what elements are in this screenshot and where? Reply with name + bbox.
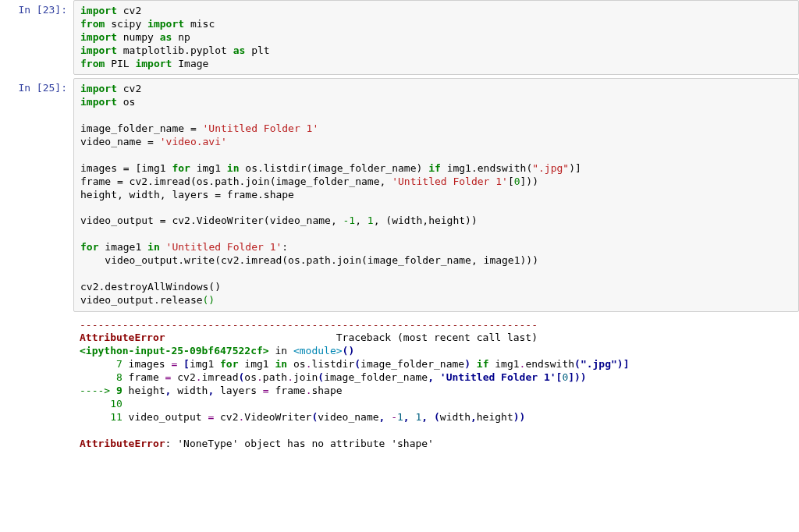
code-text: height, width, layers = frame.shape	[80, 189, 294, 200]
tb-text: frame	[269, 385, 306, 396]
code-text: cv2	[117, 5, 141, 16]
tb-text: img1	[488, 358, 519, 370]
output-prompt	[0, 315, 73, 455]
tb-kw: for	[220, 358, 238, 370]
keyword: for	[172, 162, 190, 174]
code-input[interactable]: import cv2 from scipy import misc import…	[73, 0, 799, 75]
tb-text: image_folder_name	[324, 371, 428, 383]
tb-op: ,	[471, 411, 477, 423]
code-text: video_name =	[80, 136, 160, 147]
keyword: import	[80, 31, 117, 43]
code-text: images = [img1	[80, 162, 172, 174]
string-literal: 'video.avi'	[160, 136, 227, 147]
tb-text: image_folder_name	[360, 358, 464, 370]
tb-text: cv2	[171, 371, 195, 383]
keyword: for	[80, 241, 98, 253]
number-literal: -1	[343, 215, 356, 226]
string-literal: 'Untitled Folder 1'	[392, 176, 508, 187]
tb-indent	[80, 411, 110, 423]
tb-paren: ))	[513, 411, 526, 423]
tb-text: height	[123, 385, 165, 396]
tb-number: 1	[397, 411, 403, 423]
tb-text	[428, 411, 434, 423]
keyword: in	[147, 241, 160, 253]
tb-lineno: 8	[116, 371, 123, 383]
code-text: ]))	[520, 176, 538, 187]
code-text: misc	[184, 18, 215, 30]
tb-text: img1	[190, 358, 220, 370]
output-cell: ----------------------------------------…	[0, 315, 799, 455]
keyword: import	[135, 58, 172, 69]
tb-text: listdir	[311, 358, 354, 370]
keyword: as	[160, 31, 172, 43]
tb-op: .	[287, 371, 293, 383]
keyword: import	[147, 18, 184, 30]
tb-bracket: [	[183, 358, 190, 370]
keyword: import	[80, 96, 117, 108]
tb-paren: (	[318, 371, 324, 383]
tb-op: ,	[403, 411, 410, 423]
code-text: :	[282, 241, 288, 253]
tb-text	[471, 358, 477, 370]
string-literal: 'Untitled Folder 1'	[203, 122, 319, 134]
code-text: img1	[190, 162, 227, 174]
tb-text: layers	[214, 385, 263, 396]
tb-text: os	[287, 358, 305, 370]
code-text: [	[508, 176, 514, 187]
string-literal: 'Untitled Folder 1'	[166, 241, 282, 253]
tb-op: =	[263, 385, 269, 396]
input-prompt: In [25]:	[0, 78, 73, 311]
code-text: scipy	[105, 18, 147, 30]
tb-text: VideoWriter	[244, 411, 311, 423]
code-cell[interactable]: In [25]: import cv2 import os image_fold…	[0, 78, 799, 311]
code-text: img1.endswith(	[441, 162, 532, 174]
tb-text: cv2	[214, 411, 238, 423]
code-text: video_output = cv2.VideoWriter(video_nam…	[80, 215, 343, 226]
error-name: AttributeError	[80, 332, 165, 343]
tb-text: in	[269, 345, 293, 356]
tb-indent	[80, 371, 116, 383]
code-text: PIL	[105, 58, 135, 69]
tb-paren: )	[464, 358, 471, 370]
tb-text: video_output	[123, 411, 208, 423]
tb-op: .	[196, 371, 202, 383]
tb-paren: )]	[617, 358, 630, 370]
error-name: AttributeError	[80, 438, 165, 449]
traceback-output: ----------------------------------------…	[73, 315, 799, 455]
code-text: ,	[355, 215, 368, 226]
tb-text: images	[123, 358, 172, 370]
tb-text: os	[244, 371, 257, 383]
tb-text: video_name	[318, 411, 378, 423]
number-literal: 0	[514, 176, 520, 187]
string-literal: ".jpg"	[532, 162, 569, 174]
code-text: np	[172, 31, 190, 43]
tb-string: 'Untitled Folder 1'	[440, 371, 556, 383]
tb-text: img1	[239, 358, 275, 370]
tb-op: ,	[428, 371, 434, 383]
tb-divider: ----------------------------------------…	[80, 319, 538, 331]
code-input[interactable]: import cv2 import os image_folder_name =…	[73, 78, 799, 311]
spacer	[165, 332, 336, 343]
tb-indent	[80, 358, 116, 370]
code-text: image_folder_name =	[80, 122, 203, 134]
tb-indent	[80, 398, 110, 410]
tb-text: imread	[202, 371, 239, 383]
keyword: as	[233, 44, 246, 56]
code-cell[interactable]: In [23]: import cv2 from scipy import mi…	[0, 0, 799, 75]
tb-text: width	[171, 385, 208, 396]
tb-bracket: ]))	[568, 371, 586, 383]
keyword: import	[80, 44, 117, 56]
keyword: import	[80, 5, 117, 16]
tb-text: width	[440, 411, 471, 423]
tb-lineno: 10	[110, 398, 123, 410]
code-text: numpy	[117, 31, 160, 43]
code-text: video_output.release	[80, 294, 203, 306]
number-literal: 1	[368, 215, 374, 226]
tb-paren: (	[354, 358, 360, 370]
tb-lineno: 11	[110, 411, 123, 423]
code-text: os	[117, 96, 135, 108]
tb-text: path	[263, 371, 287, 383]
notebook: In [23]: import cv2 from scipy import mi…	[0, 0, 799, 455]
tb-op: -	[391, 411, 397, 423]
paren: ()	[203, 294, 215, 306]
